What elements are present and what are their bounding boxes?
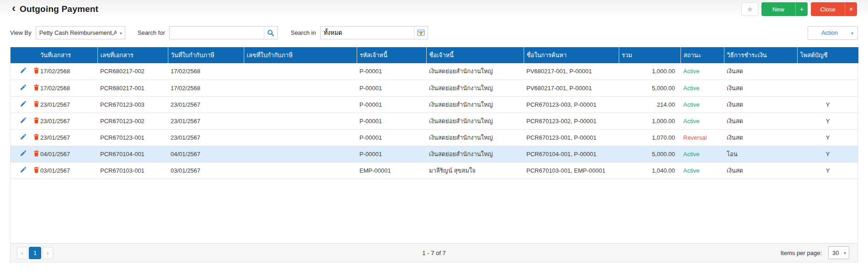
edit-button[interactable]	[19, 116, 27, 126]
cell-actions	[11, 162, 38, 179]
table-row[interactable]: 04/01/2567 PCR670104-001 04/01/2567 P-00…	[11, 146, 858, 162]
table-row[interactable]: 23/01/2567 PCR670123-001 23/01/2567 P-00…	[11, 129, 858, 146]
favorite-button[interactable]: ★	[741, 2, 758, 16]
column-header[interactable]: ชื่อในการค้นหา	[524, 47, 619, 63]
cell-status: Active	[680, 113, 724, 129]
back-icon[interactable]: ‹	[12, 3, 16, 13]
edit-button[interactable]	[19, 83, 27, 93]
column-header[interactable]: วิธีการชำระเงิน	[724, 47, 797, 63]
search-icon	[267, 29, 274, 37]
column-header[interactable]: วันที่เอกสาร	[38, 47, 97, 63]
cell-payment-method: เงินสด	[724, 162, 797, 179]
search-for-input[interactable]	[170, 27, 264, 39]
close-button[interactable]: Close	[811, 2, 845, 16]
cell-total: 1,040.00	[619, 162, 680, 179]
column-filter-button[interactable]	[414, 27, 428, 39]
column-header[interactable]: เลขที่เอกสาร	[97, 47, 168, 63]
cell-posted: Y	[797, 96, 858, 113]
view-by-label: View By	[10, 29, 32, 36]
edit-button[interactable]	[19, 66, 27, 76]
delete-button[interactable]	[32, 166, 41, 175]
table-row[interactable]: 17/02/2568 PCR680217-001 17/02/2568 P-00…	[11, 80, 858, 96]
cell-payment-method: เงินสด	[724, 80, 797, 96]
cell-total: 1,000.00	[619, 63, 680, 80]
new-button[interactable]: New	[761, 2, 795, 16]
cell-vendor-name: มาลีริญน์ สุขสมใจ	[426, 162, 524, 179]
column-header[interactable]: วันที่ใบกำกับภาษี	[168, 47, 244, 63]
cell-search-name: PCR670123-002, P-00001	[524, 113, 619, 129]
page-number-button[interactable]: 1	[29, 247, 41, 259]
next-page-button[interactable]: ›	[43, 247, 53, 259]
cell-document-date: 23/01/2567	[38, 113, 97, 129]
delete-button[interactable]	[32, 149, 41, 159]
cell-posted	[797, 63, 858, 80]
column-header[interactable]: สถานะ	[680, 47, 724, 63]
delete-button[interactable]	[32, 66, 41, 76]
edit-icon	[20, 167, 26, 173]
delete-icon	[33, 167, 39, 173]
cell-vendor-code: P-00001	[357, 96, 426, 113]
delete-button[interactable]	[32, 83, 41, 93]
table-row[interactable]: 23/01/2567 PCR670123-002 23/01/2567 P-00…	[11, 113, 858, 129]
delete-icon	[33, 67, 39, 74]
column-header[interactable]: เลขที่ใบกำกับภาษี	[244, 47, 357, 63]
search-in-input[interactable]	[321, 27, 414, 39]
chevron-down-icon: ▾	[851, 30, 853, 35]
view-by-value: Petty Cash Reimbursement,All	[39, 29, 117, 36]
items-per-page-select[interactable]: 30 ▾	[828, 246, 849, 259]
grid-empty-area	[11, 179, 857, 244]
cell-tax-invoice-no	[244, 162, 357, 179]
cell-document-no: PCR670123-003	[97, 96, 168, 113]
cell-total: 214.00	[619, 96, 680, 113]
close-button-group: Close ×	[811, 2, 857, 16]
column-header[interactable]: โพสต์บัญชี	[797, 47, 858, 63]
edit-button[interactable]	[19, 149, 27, 159]
table-row[interactable]: 23/01/2567 PCR670123-003 23/01/2567 P-00…	[11, 96, 858, 113]
cell-search-name: PCR670123-001, P-00001	[524, 129, 619, 146]
payments-grid: วันที่เอกสารเลขที่เอกสารวันที่ใบกำกับภาษ…	[10, 47, 858, 262]
cell-status: Active	[680, 63, 724, 80]
new-plus-button[interactable]: +	[795, 2, 808, 16]
column-header[interactable]: รหัสเจ้าหนี้	[357, 47, 426, 63]
cell-total: 1,000.00	[619, 113, 680, 129]
edit-icon	[20, 134, 26, 140]
search-in-label: Search in	[291, 29, 316, 36]
edit-button[interactable]	[19, 100, 27, 109]
close-x-button[interactable]: ×	[845, 2, 857, 16]
new-button-group: New +	[761, 2, 808, 16]
cell-vendor-code: P-00001	[357, 80, 426, 96]
view-by-select[interactable]: Petty Cash Reimbursement,All ▾	[36, 26, 125, 39]
cell-posted: Y	[797, 162, 858, 179]
chevron-down-icon: ▾	[844, 250, 846, 256]
payments-table: วันที่เอกสารเลขที่เอกสารวันที่ใบกำกับภาษ…	[11, 47, 858, 179]
cell-tax-invoice-date: 17/02/2568	[168, 80, 244, 96]
column-header[interactable]: ชื่อเจ้าหนี้	[426, 47, 524, 63]
cell-payment-method: เงินสด	[724, 113, 797, 129]
star-icon: ★	[746, 5, 753, 14]
table-row[interactable]: 17/02/2568 PCR680217-002 17/02/2568 P-00…	[11, 63, 858, 80]
cell-search-name: PV680217-001, P-00001	[524, 80, 619, 96]
delete-button[interactable]	[32, 133, 41, 142]
column-header[interactable]: รวม	[619, 47, 680, 63]
cell-posted: Y	[797, 113, 858, 129]
cell-document-no: PCR670104-001	[97, 146, 168, 162]
cell-document-date: 04/01/2567	[38, 146, 97, 162]
cell-tax-invoice-no	[244, 113, 357, 129]
prev-page-button[interactable]: ‹	[17, 247, 27, 259]
edit-button[interactable]	[19, 133, 27, 142]
top-bar: ‹ Outgoing Payment ★ New + Close ×	[0, 0, 868, 18]
cell-document-date: 23/01/2567	[38, 129, 97, 146]
cell-total: 5,000.00	[619, 80, 680, 96]
delete-button[interactable]	[32, 116, 41, 126]
table-row[interactable]: 03/01/2567 PCR670103-001 03/01/2567 EMP-…	[11, 162, 858, 179]
cell-tax-invoice-date: 03/01/2567	[168, 162, 244, 179]
cell-payment-method: โอน	[724, 146, 797, 162]
delete-button[interactable]	[32, 100, 41, 109]
cell-tax-invoice-date: 23/01/2567	[168, 96, 244, 113]
action-button[interactable]: Action ▾	[808, 26, 858, 40]
cell-vendor-name: เงินสดย่อยสำนักงานใหญ่	[426, 80, 524, 96]
edit-icon	[20, 150, 26, 157]
cell-document-no: PCR670123-001	[97, 129, 168, 146]
search-button[interactable]	[264, 27, 278, 39]
edit-button[interactable]	[19, 166, 27, 175]
